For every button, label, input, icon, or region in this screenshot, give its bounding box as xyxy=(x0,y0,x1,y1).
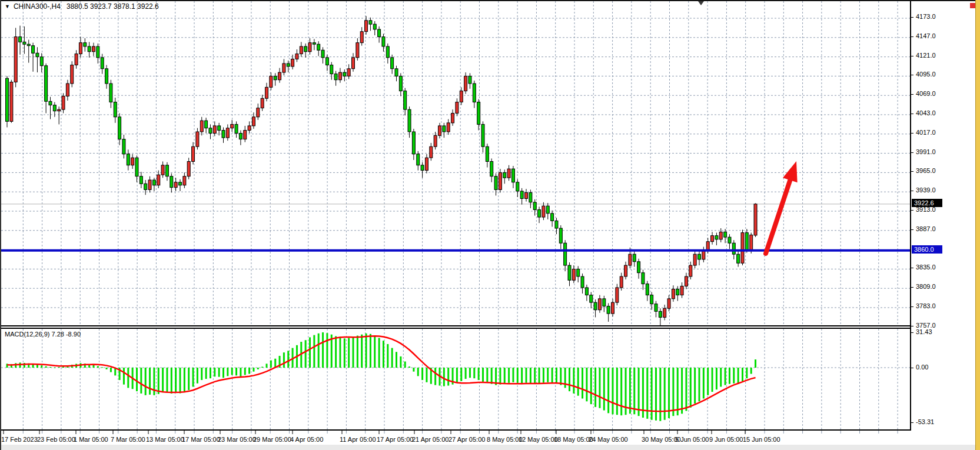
macd-indicator-label: MACD(12,26,9) 7.28 -8.90 xyxy=(5,331,81,338)
candlestick-chart[interactable] xyxy=(1,1,910,326)
macd-panel[interactable] xyxy=(1,329,910,429)
macd-chart[interactable] xyxy=(1,329,910,429)
chart-window: ▼CHINA300-,H43880.5 3923.7 3878.1 3922.6… xyxy=(0,0,980,450)
time-axis-label: 18 May 05:00 xyxy=(554,436,593,443)
price-axis[interactable]: 4173.04147.04121.04095.04069.04043.04017… xyxy=(911,0,975,450)
time-axis-label: 23 Mar 05:00 xyxy=(218,436,256,443)
price-axis-label: 4147.0 xyxy=(916,32,936,39)
price-axis-label: 4173.0 xyxy=(916,13,936,20)
price-axis-label: 3887.0 xyxy=(916,225,936,232)
time-axis-label: 24 May 05:00 xyxy=(589,436,628,443)
window-top-border xyxy=(0,0,975,1)
price-tick xyxy=(911,210,913,211)
macd-axis-label: -53.31 xyxy=(916,418,934,425)
price-axis-label: 4095.0 xyxy=(916,71,936,78)
time-axis-label: 29 Mar 05:00 xyxy=(253,436,291,443)
hline-price-tag: 3860.0 xyxy=(912,245,942,254)
price-tick xyxy=(911,229,913,230)
window-left-border xyxy=(0,0,1,450)
price-axis-label: 3965.0 xyxy=(916,167,936,174)
macd-axis-label: 31.43 xyxy=(916,328,932,335)
price-axis-label: 3991.0 xyxy=(916,148,936,155)
price-tick xyxy=(911,75,913,75)
price-tick xyxy=(911,94,913,95)
time-axis-label: 4 Apr 05:00 xyxy=(290,436,323,443)
time-axis-label: 7 Mar 05:00 xyxy=(111,436,145,443)
price-axis-label: 4043.0 xyxy=(916,109,936,116)
price-axis-label: 4017.0 xyxy=(916,129,936,136)
time-axis-label: 13 Mar 05:00 xyxy=(146,436,184,443)
time-axis-label: 17 Mar 05:00 xyxy=(182,436,220,443)
chart-title: ▼CHINA300-,H43880.5 3923.7 3878.1 3922.6 xyxy=(5,2,159,11)
price-axis-label: 3783.0 xyxy=(916,302,936,309)
price-tick xyxy=(911,268,913,268)
macd-axis-label: 0.00 xyxy=(916,364,928,371)
symbol-period-label: CHINA300-,H4 xyxy=(14,2,61,11)
price-tick xyxy=(911,326,913,326)
price-tick xyxy=(911,114,913,114)
time-axis-label: 21 Apr 05:00 xyxy=(412,436,449,443)
time-axis-label: 8 May 05:00 xyxy=(487,436,523,443)
price-tick xyxy=(911,306,913,307)
time-axis-label: 23 Feb 05:00 xyxy=(37,436,75,443)
time-axis-label: 17 Apr 05:00 xyxy=(377,436,413,443)
price-axis-label: 4069.0 xyxy=(916,90,936,97)
price-tick xyxy=(911,287,913,288)
time-axis-label: 9 Jun 05:00 xyxy=(709,436,743,443)
time-axis-label: 1 Mar 05:00 xyxy=(74,436,108,443)
bottom-edge-strip xyxy=(0,445,980,450)
price-axis-label: 3835.0 xyxy=(916,264,936,271)
price-tick xyxy=(911,17,913,18)
main-chart-panel[interactable] xyxy=(1,1,910,326)
current-price-tag: 3922.6 xyxy=(912,199,942,207)
chart-shift-marker-icon[interactable] xyxy=(698,1,704,5)
price-axis-label: 4121.0 xyxy=(916,52,936,59)
time-axis-label: 15 Jun 05:00 xyxy=(743,436,780,443)
macd-tick xyxy=(911,422,913,423)
window-edge-strip xyxy=(975,0,980,450)
macd-tick xyxy=(911,332,913,333)
chevron-down-icon[interactable]: ▼ xyxy=(5,4,10,9)
price-tick xyxy=(911,56,913,56)
time-axis-label: 17 Feb 2023 xyxy=(1,436,38,443)
time-axis-label: 5 Jun 05:00 xyxy=(675,436,709,443)
price-tick xyxy=(911,152,913,153)
price-tick xyxy=(911,171,913,172)
window-corner-marker xyxy=(970,3,975,8)
time-axis-label: 11 Apr 05:00 xyxy=(340,436,376,443)
price-tick xyxy=(911,191,913,191)
price-axis-label: 3939.0 xyxy=(916,186,936,194)
time-axis-label: 27 Apr 05:00 xyxy=(449,436,485,443)
time-ticks xyxy=(0,431,910,435)
macd-tick xyxy=(911,368,913,368)
time-axis-label: 12 May 05:00 xyxy=(519,436,558,443)
price-axis-label: 3809.0 xyxy=(916,283,936,290)
price-tick xyxy=(911,133,913,134)
ohlc-values-label: 3880.5 3923.7 3878.1 3922.6 xyxy=(67,2,159,11)
price-tick xyxy=(911,36,913,37)
